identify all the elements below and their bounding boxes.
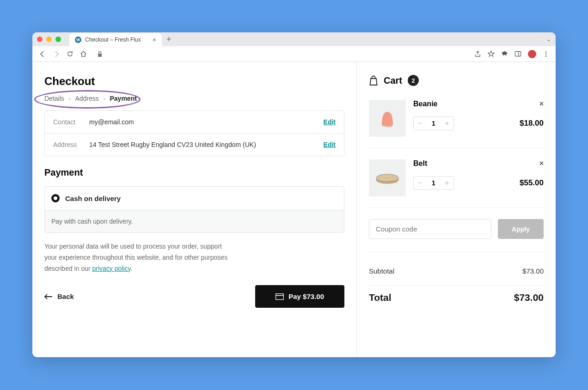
cart-item-price: $18.00 (520, 119, 544, 128)
svg-point-3 (545, 51, 547, 53)
cart-item-price: $55.00 (520, 178, 544, 188)
card-icon (276, 293, 284, 300)
minimize-window-button[interactable] (46, 37, 52, 42)
pay-button-label: Pay $73.00 (288, 292, 324, 300)
remove-item-button[interactable]: × (539, 159, 544, 168)
breadcrumb-step-address[interactable]: Address (75, 95, 98, 102)
svg-point-5 (545, 55, 547, 57)
maximize-window-button[interactable] (55, 37, 61, 42)
apply-coupon-button[interactable]: Apply (498, 219, 544, 239)
subtotal-value: $73.00 (522, 267, 544, 275)
payment-option-description: Pay with cash upon delivery. (45, 210, 344, 232)
payment-option-label: Cash on delivery (65, 195, 121, 202)
forward-icon[interactable] (53, 50, 60, 58)
total-value: $73.00 (514, 292, 544, 303)
menu-icon[interactable] (543, 51, 549, 57)
quantity-stepper: − 1 + (413, 116, 454, 130)
privacy-policy-link[interactable]: privacy policy (92, 265, 131, 272)
cart-item: Belt × − 1 + $55.00 (369, 159, 544, 208)
increase-qty-button[interactable]: + (441, 177, 453, 189)
bag-icon (369, 75, 378, 85)
profile-avatar-icon[interactable] (528, 50, 536, 58)
tab-title: Checkout – Fresh Flux (85, 37, 141, 43)
svg-rect-1 (515, 51, 521, 56)
breadcrumb-step-payment: Payment (110, 95, 137, 102)
payment-method-box: Cash on delivery Pay with cash upon deli… (44, 186, 344, 233)
chevron-right-icon: › (104, 96, 105, 101)
back-icon[interactable] (39, 50, 46, 58)
coupon-input[interactable] (369, 219, 491, 239)
increase-qty-button[interactable]: + (441, 117, 453, 130)
bookmark-star-icon[interactable] (488, 50, 495, 57)
breadcrumb: Details › Address › Payment (44, 95, 137, 102)
privacy-notice: Your personal data will be used to proce… (44, 241, 229, 274)
cart-heading: Cart (384, 75, 402, 86)
remove-item-button[interactable]: × (539, 100, 544, 108)
share-icon[interactable] (474, 50, 481, 57)
close-window-button[interactable] (37, 37, 43, 42)
radio-selected-icon (51, 194, 60, 202)
browser-tab[interactable]: W Checkout – Fresh Flux × (69, 33, 162, 46)
svg-point-9 (376, 174, 398, 182)
contact-value: my@email.com (89, 118, 324, 126)
cart-item-name: Belt (413, 159, 427, 168)
address-label: Address (53, 141, 89, 148)
new-tab-button[interactable]: + (166, 35, 172, 44)
cart-item: Beanie × − 1 + $18.00 (369, 100, 544, 148)
reload-icon[interactable] (67, 50, 74, 57)
cart-item-image (369, 159, 406, 196)
pay-button[interactable]: Pay $73.00 (255, 285, 344, 308)
page-title: Checkout (44, 75, 344, 88)
extensions-icon[interactable] (501, 50, 508, 57)
cart-count-badge: 2 (408, 75, 419, 86)
info-summary-box: Contact my@email.com Edit Address 14 Tes… (44, 110, 344, 156)
window-controls (37, 37, 61, 42)
favicon-icon: W (75, 37, 81, 43)
cart-header: Cart 2 (369, 75, 544, 86)
address-value: 14 Test Street Rugby England CV23 United… (89, 141, 324, 148)
home-icon[interactable] (80, 50, 87, 57)
qty-value: 1 (427, 179, 441, 187)
browser-tab-bar: W Checkout – Fresh Flux × + ⌄ (32, 32, 556, 46)
breadcrumb-step-details[interactable]: Details (44, 95, 64, 102)
sidepanel-icon[interactable] (514, 50, 521, 57)
payment-option-cod[interactable]: Cash on delivery (45, 187, 344, 210)
edit-contact-link[interactable]: Edit (324, 118, 336, 126)
cart-item-image (369, 100, 406, 137)
payment-heading: Payment (44, 167, 344, 178)
browser-toolbar (32, 46, 556, 62)
quantity-stepper: − 1 + (413, 176, 454, 190)
back-button-label: Back (57, 292, 74, 300)
svg-rect-6 (276, 293, 284, 299)
close-tab-button[interactable]: × (153, 36, 156, 43)
svg-rect-0 (98, 54, 102, 57)
cart-item-name: Beanie (413, 100, 437, 108)
subtotal-label: Subtotal (369, 267, 394, 275)
decrease-qty-button[interactable]: − (414, 117, 427, 130)
back-button[interactable]: Back (44, 292, 74, 300)
edit-address-link[interactable]: Edit (324, 141, 336, 148)
contact-label: Contact (53, 118, 89, 126)
decrease-qty-button[interactable]: − (414, 177, 427, 189)
arrow-left-icon (44, 294, 53, 299)
total-label: Total (369, 292, 392, 303)
lock-icon (97, 51, 103, 57)
svg-point-4 (545, 53, 547, 55)
expand-tabs-button[interactable]: ⌄ (546, 36, 551, 43)
qty-value: 1 (427, 120, 441, 127)
chevron-right-icon: › (69, 96, 71, 101)
